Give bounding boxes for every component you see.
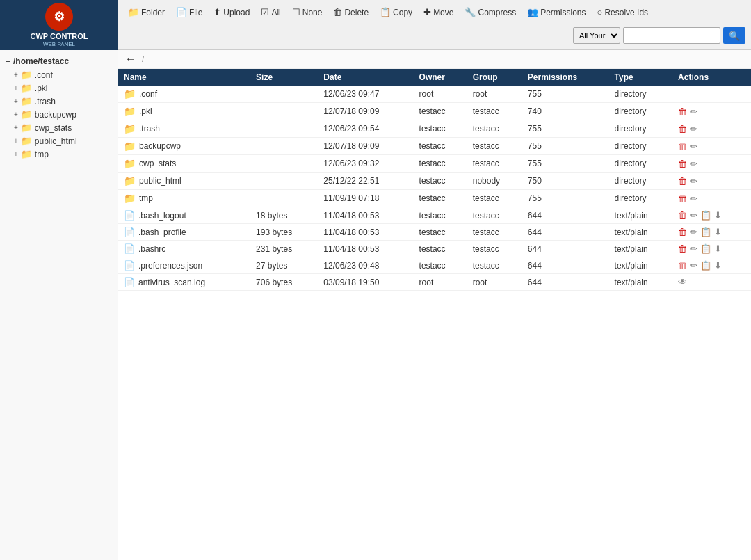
sidebar-item-tmp[interactable]: + 📁 tmp [0,147,118,161]
file-button[interactable]: 📄 File [172,6,207,19]
edit-action-icon[interactable]: ✏ [690,243,697,254]
table-row: 📁tmp11/09/19 07:18testacctestacc755direc… [118,190,751,207]
sidebar-label-tmp: tmp [35,150,49,159]
edit-action-icon[interactable]: ✏ [690,227,697,237]
table-row: 📁.conf12/06/23 09:47rootroot755directory [118,86,751,103]
delete-button[interactable]: 🗑 Delete [329,6,373,19]
move-button[interactable]: ✚ Move [419,6,458,19]
move-label: Move [433,8,453,17]
cell-owner: root [414,86,467,103]
all-button[interactable]: ☑ All [257,6,284,19]
cell-date: 25/12/22 22:51 [318,173,413,190]
cell-size [250,120,318,138]
sidebar-expand-cwp-stats: + [14,124,18,131]
permissions-button[interactable]: 👥 Permissions [523,6,590,19]
file-name: cwp_stats [139,159,176,168]
search-button[interactable]: 🔍 [723,27,745,44]
download-action-icon[interactable]: ⬇ [714,260,722,271]
cell-name[interactable]: 📁backupcwp [118,138,250,155]
cell-name[interactable]: 📁cwp_stats [118,155,250,173]
download-action-icon[interactable]: ⬇ [714,227,722,237]
folder-button[interactable]: 📁 Folder [124,6,169,19]
back-button[interactable]: ← [125,53,136,65]
cell-name[interactable]: 📄.preferences.json [118,257,250,274]
delete-action-icon[interactable]: 🗑 [678,227,687,237]
cell-name[interactable]: 📄antivirus_scan.log [118,274,250,291]
search-input[interactable] [623,27,720,44]
sidebar-item-trash[interactable]: + 📁 .trash [0,95,118,108]
download-action-icon[interactable]: ⬇ [714,243,722,254]
cell-permissions: 740 [522,103,609,120]
edit-action-icon[interactable]: ✏ [690,106,697,117]
sidebar-item-pki[interactable]: + 📁 .pki [0,81,118,95]
copy-action-icon[interactable]: 📋 [700,260,711,271]
file-text-icon: 📄 [124,227,135,237]
compress-button[interactable]: 🔧 Compress [460,6,520,19]
edit-action-icon[interactable]: ✏ [690,260,697,271]
cell-type: text/plain [609,207,672,224]
table-row: 📁public_html25/12/22 22:51testaccnobody7… [118,173,751,190]
sidebar-item-public-html[interactable]: + 📁 public_html [0,134,118,147]
resolve-ids-button[interactable]: ○ Resolve Ids [593,6,653,19]
cell-name[interactable]: 📁.pki [118,103,250,120]
edit-action-icon[interactable]: ✏ [690,210,697,221]
download-action-icon[interactable]: ⬇ [714,210,722,221]
edit-action-icon[interactable]: ✏ [690,124,697,134]
upload-button[interactable]: ⬆ Upload [209,6,254,19]
cell-group: root [467,274,522,291]
folder-icon-backupcwp: 📁 [21,109,32,120]
edit-action-icon[interactable]: ✏ [690,141,697,152]
cell-actions: 🗑✏ [672,155,751,173]
cell-name[interactable]: 📁.trash [118,120,250,138]
edit-action-icon[interactable]: ✏ [690,159,697,169]
sidebar-item-cwp-stats[interactable]: + 📁 cwp_stats [0,121,118,134]
cell-name[interactable]: 📄.bash_profile [118,224,250,241]
sidebar-item-conf[interactable]: + 📁 .conf [0,68,118,81]
file-table: Name Size Date Owner Group Permissions T… [118,69,751,291]
edit-action-icon[interactable]: ✏ [690,176,697,186]
delete-action-icon[interactable]: 🗑 [678,193,687,204]
cell-name[interactable]: 📄.bash_logout [118,207,250,224]
cell-name[interactable]: 📄.bashrc [118,241,250,257]
col-permissions: Permissions [522,69,609,86]
cell-owner: testacc [414,190,467,207]
cell-name[interactable]: 📁public_html [118,173,250,190]
sidebar-item-backupcwp[interactable]: + 📁 backupcwp [0,108,118,121]
cell-size [250,86,318,103]
file-name: .pki [139,106,152,116]
cell-date: 12/06/23 09:32 [318,155,413,173]
cell-type: directory [609,190,672,207]
delete-action-icon[interactable]: 🗑 [678,141,687,152]
delete-action-icon[interactable]: 🗑 [678,124,687,134]
cell-group: root [467,86,522,103]
sidebar-root[interactable]: − /home/testacc [0,54,118,68]
cell-owner: testacc [414,155,467,173]
all-icon: ☑ [261,7,269,17]
cell-name[interactable]: 📁tmp [118,190,250,207]
cell-actions: 🗑✏📋⬇ [672,257,751,274]
cell-name[interactable]: 📁.conf [118,86,250,103]
file-name: .bashrc [138,244,165,254]
search-select[interactable]: All Your Name Type [573,27,620,44]
copy-action-icon[interactable]: 📋 [700,210,711,221]
delete-action-icon[interactable]: 🗑 [678,243,687,254]
delete-action-icon[interactable]: 🗑 [678,260,687,271]
sidebar-label-cwp-stats: cwp_stats [35,123,72,133]
upload-label: Upload [223,8,250,17]
view-action-icon[interactable]: 👁 [678,277,687,287]
cell-group: testacc [467,103,522,120]
edit-action-icon[interactable]: ✏ [690,193,697,204]
copy-action-icon[interactable]: 📋 [700,243,711,254]
copy-button[interactable]: 📋 Copy [376,6,417,19]
sidebar-label-pki: .pki [35,83,48,93]
delete-action-icon[interactable]: 🗑 [678,176,687,186]
delete-action-icon[interactable]: 🗑 [678,159,687,169]
table-row: 📁cwp_stats12/06/23 09:32testacctestacc75… [118,155,751,173]
none-label: None [302,8,323,17]
delete-action-icon[interactable]: 🗑 [678,210,687,221]
folder-icon: 📁 [124,88,136,99]
none-button[interactable]: ☐ None [288,6,327,19]
copy-action-icon[interactable]: 📋 [700,227,711,237]
delete-action-icon[interactable]: 🗑 [678,106,687,117]
cell-size [250,103,318,120]
